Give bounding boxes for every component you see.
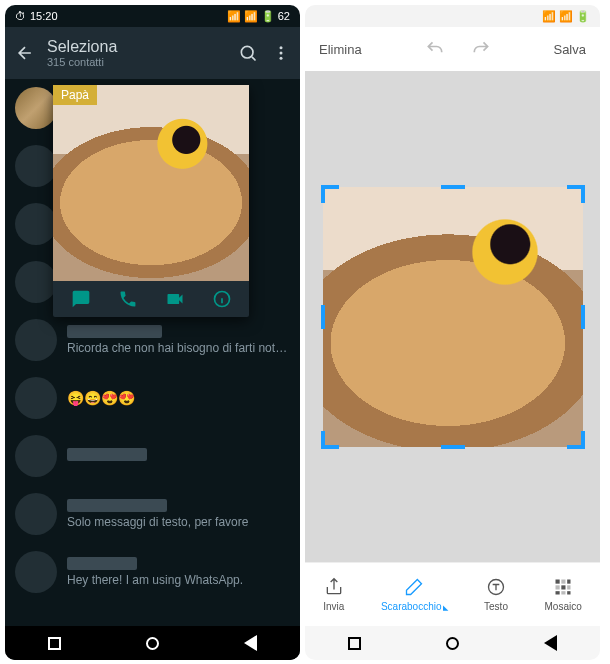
editor-topbar: Elimina Salva xyxy=(305,27,600,71)
back-icon[interactable] xyxy=(15,43,35,63)
status-time: 15:20 xyxy=(30,10,58,22)
recents-button[interactable] xyxy=(348,637,361,650)
redacted xyxy=(67,499,167,512)
avatar xyxy=(15,203,57,245)
avatar xyxy=(15,551,57,593)
app-bar: Seleziona 315 contatti xyxy=(5,27,300,79)
crop-handle-tl[interactable] xyxy=(321,185,339,203)
more-icon[interactable] xyxy=(272,44,290,62)
redacted xyxy=(67,448,147,461)
svg-point-1 xyxy=(280,46,283,49)
avatar xyxy=(15,145,57,187)
tool-label: Invia xyxy=(323,601,344,612)
profile-photo[interactable] xyxy=(53,85,249,281)
home-button[interactable] xyxy=(446,637,459,650)
svg-rect-6 xyxy=(556,580,560,584)
svg-point-2 xyxy=(280,52,283,55)
avatar xyxy=(15,377,57,419)
delete-button[interactable]: Elimina xyxy=(319,42,362,57)
eraser-icon xyxy=(404,577,424,597)
wifi-icon: 📶 xyxy=(559,10,573,23)
back-button[interactable] xyxy=(544,635,557,651)
svg-rect-12 xyxy=(556,591,560,594)
clock-icon: ⏱ xyxy=(15,10,26,22)
avatar xyxy=(15,87,57,129)
svg-rect-10 xyxy=(561,585,565,589)
search-icon[interactable] xyxy=(238,43,258,63)
redacted xyxy=(67,325,162,338)
msg-preview: Hey there! I am using WhatsApp. xyxy=(67,573,290,587)
svg-rect-8 xyxy=(567,580,570,584)
profile-popup: Papà xyxy=(53,85,249,317)
crop-handle-br[interactable] xyxy=(567,431,585,449)
svg-rect-9 xyxy=(556,585,560,589)
tool-doodle[interactable]: Scarabocchio◣ xyxy=(381,577,448,612)
avatar xyxy=(15,435,57,477)
undo-icon[interactable] xyxy=(425,39,445,59)
system-navbar xyxy=(5,626,300,660)
crop-handle-tr[interactable] xyxy=(567,185,585,203)
editor-canvas[interactable] xyxy=(305,71,600,562)
page-title: Seleziona xyxy=(47,38,238,56)
tool-send[interactable]: Invia xyxy=(323,577,344,612)
tool-label: Testo xyxy=(484,601,508,612)
save-button[interactable]: Salva xyxy=(553,42,586,57)
msg-preview: 😝😄😍😍 xyxy=(67,390,290,406)
recents-button[interactable] xyxy=(48,637,61,650)
svg-rect-13 xyxy=(561,591,565,594)
system-navbar xyxy=(305,626,600,660)
avatar xyxy=(15,261,57,303)
redo-icon[interactable] xyxy=(471,39,491,59)
crop-handle-l[interactable] xyxy=(321,305,325,329)
signal-icon: 📶 xyxy=(227,10,241,23)
msg-preview: Ricorda che non hai bisogno di farti not… xyxy=(67,341,290,355)
list-item[interactable]: Hey there! I am using WhatsApp. xyxy=(5,543,300,601)
list-item[interactable]: Solo messaggi di testo, per favore xyxy=(5,485,300,543)
contact-list[interactable]: Papà ★★ ci sal Ricorda che non hai bisog… xyxy=(5,79,300,626)
svg-rect-7 xyxy=(561,580,565,584)
signal-icon: 📶 xyxy=(542,10,556,23)
tool-label: Scarabocchio◣ xyxy=(381,601,448,612)
popup-name: Papà xyxy=(53,85,97,105)
tool-row: Invia Scarabocchio◣ Testo Mosaico xyxy=(305,562,600,626)
svg-point-0 xyxy=(241,46,253,58)
phone-editor: 📶 📶 🔋 Elimina Salva Invia xyxy=(305,5,600,660)
svg-rect-14 xyxy=(567,591,570,594)
list-item[interactable] xyxy=(5,427,300,485)
battery-icon: 🔋 xyxy=(576,10,590,23)
video-icon[interactable] xyxy=(165,289,185,309)
battery-icon: 🔋 xyxy=(261,10,275,23)
tool-mosaic[interactable]: Mosaico xyxy=(544,577,581,612)
status-bar: 📶 📶 🔋 xyxy=(305,5,600,27)
msg-preview: Solo messaggi di testo, per favore xyxy=(67,515,290,529)
status-bar: ⏱ 15:20 📶 📶 🔋 62 xyxy=(5,5,300,27)
avatar xyxy=(15,319,57,361)
crop-handle-bl[interactable] xyxy=(321,431,339,449)
share-icon xyxy=(324,577,344,597)
back-button[interactable] xyxy=(244,635,257,651)
avatar xyxy=(15,493,57,535)
crop-handle-r[interactable] xyxy=(581,305,585,329)
list-item[interactable]: 😝😄😍😍 xyxy=(5,369,300,427)
crop-frame[interactable] xyxy=(323,187,583,447)
tool-label: Mosaico xyxy=(544,601,581,612)
svg-point-3 xyxy=(280,57,283,60)
text-icon xyxy=(486,577,506,597)
editor-image xyxy=(323,187,583,447)
info-icon[interactable] xyxy=(212,289,232,309)
wifi-icon: 📶 xyxy=(244,10,258,23)
phone-icon[interactable] xyxy=(118,289,138,309)
crop-handle-t[interactable] xyxy=(441,185,465,189)
battery-pct: 62 xyxy=(278,10,290,22)
page-subtitle: 315 contatti xyxy=(47,56,238,68)
mosaic-icon xyxy=(553,577,573,597)
crop-handle-b[interactable] xyxy=(441,445,465,449)
svg-rect-11 xyxy=(567,585,570,589)
phone-whatsapp: ⏱ 15:20 📶 📶 🔋 62 Seleziona 315 contatti … xyxy=(5,5,300,660)
list-item[interactable]: Ricorda che non hai bisogno di farti not… xyxy=(5,311,300,369)
chat-icon[interactable] xyxy=(71,289,91,309)
tool-text[interactable]: Testo xyxy=(484,577,508,612)
home-button[interactable] xyxy=(146,637,159,650)
redacted xyxy=(67,557,137,570)
